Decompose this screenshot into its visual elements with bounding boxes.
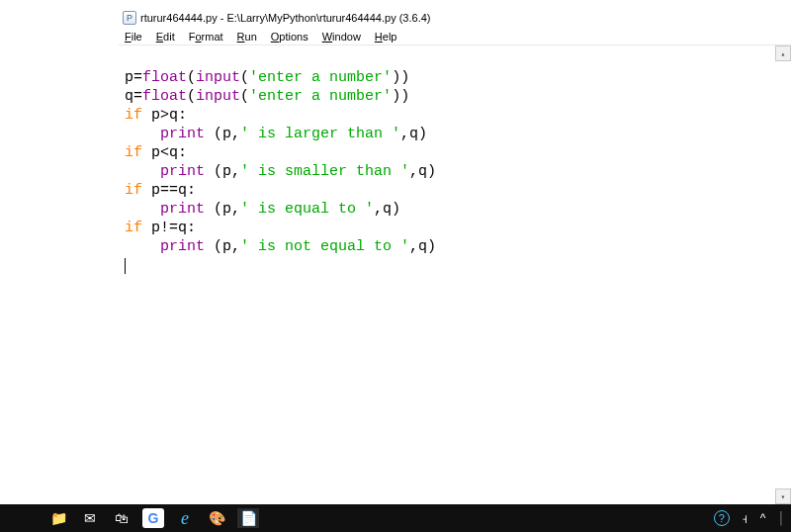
chrome-icon[interactable]: G xyxy=(142,508,164,528)
tray-divider: │ xyxy=(778,511,786,525)
code-line: print (p,' is smaller than ',q) xyxy=(125,163,436,180)
mail-icon[interactable]: ✉ xyxy=(79,508,101,528)
system-tray: ? ⫞ ^ │ xyxy=(714,510,785,526)
scroll-up-button[interactable]: ▴ xyxy=(775,45,791,61)
menu-window[interactable]: Window xyxy=(322,31,361,43)
file-explorer-icon[interactable]: 📁 xyxy=(47,508,69,528)
code-editor[interactable]: p=float(input('enter a number')) q=float… xyxy=(119,45,791,504)
code-line: q=float(input('enter a number')) xyxy=(125,88,409,105)
taskbar-apps: 📁 ✉ 🛍 G e 🎨 📄 xyxy=(47,508,259,528)
tray-chevron-icon[interactable]: ^ xyxy=(760,511,766,525)
paint-icon[interactable]: 🎨 xyxy=(206,508,227,528)
menu-edit[interactable]: Edit xyxy=(156,31,175,43)
code-line: p=float(input('enter a number')) xyxy=(125,69,409,86)
code-line: print (p,' is equal to ',q) xyxy=(125,201,400,218)
text-cursor xyxy=(125,258,126,274)
edge-icon[interactable]: e xyxy=(174,508,196,528)
code-line: if p<q: xyxy=(125,144,187,161)
menu-run[interactable]: Run xyxy=(237,31,257,43)
python-file-icon: P xyxy=(123,11,136,25)
window-title: rturur464444.py - E:\Larry\MyPython\rtur… xyxy=(140,12,430,24)
store-icon[interactable]: 🛍 xyxy=(111,508,132,528)
menu-file[interactable]: File xyxy=(125,31,142,43)
titlebar[interactable]: P rturur464444.py - E:\Larry\MyPython\rt… xyxy=(119,8,791,28)
code-line: if p!=q: xyxy=(125,220,196,236)
help-icon[interactable]: ? xyxy=(714,510,730,526)
idle-window: P rturur464444.py - E:\Larry\MyPython\rt… xyxy=(119,8,791,504)
code-line: print (p,' is larger than ',q) xyxy=(125,126,427,142)
code-line: print (p,' is not equal to ',q) xyxy=(125,238,436,255)
code-line: if p>q: xyxy=(125,107,187,124)
menu-format[interactable]: Format xyxy=(189,31,223,43)
menu-help[interactable]: Help xyxy=(375,31,397,43)
menubar: File Edit Format Run Options Window Help xyxy=(119,28,791,45)
menu-options[interactable]: Options xyxy=(271,31,308,43)
scroll-down-button[interactable]: ▾ xyxy=(775,488,791,504)
taskbar: 📁 ✉ 🛍 G e 🎨 📄 ? ⫞ ^ │ xyxy=(0,504,791,532)
idle-icon[interactable]: 📄 xyxy=(237,508,259,528)
code-line: if p==q: xyxy=(125,182,196,199)
people-icon[interactable]: ⫞ xyxy=(742,510,748,526)
